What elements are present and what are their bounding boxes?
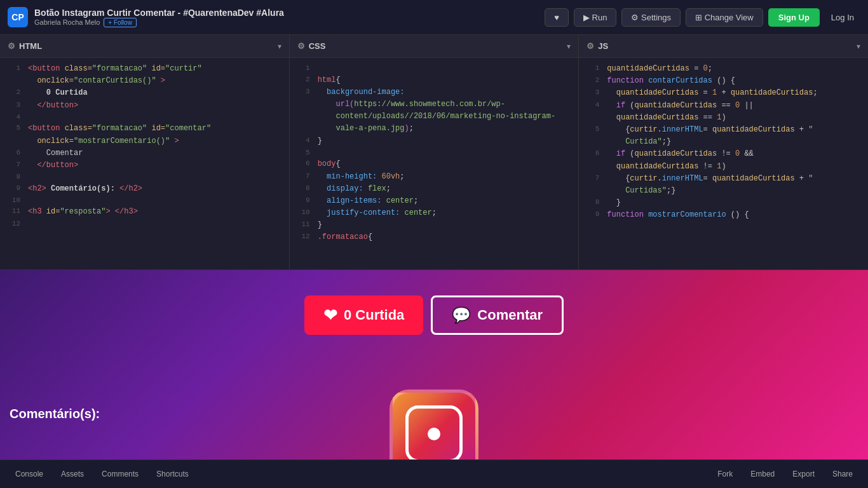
code-line: 3 </button> (0, 100, 289, 112)
js-label: JS (598, 41, 608, 51)
share-button[interactable]: Share (825, 466, 860, 482)
html-panel: ⚙ HTML ▾ 1<button class="formatacao" id=… (0, 35, 290, 269)
code-line: 1quantidadeCurtidas = 0; (579, 63, 868, 75)
code-line: 1 (290, 63, 579, 74)
html-panel-title: ⚙ HTML (8, 41, 42, 51)
heart-button[interactable]: ♥ (545, 8, 569, 27)
footer-left-tabs: Console Assets Comments Shortcuts (8, 466, 196, 482)
code-line: content/uploads//2018/06/marketing-no-in… (290, 111, 579, 123)
css-panel: ⚙ CSS ▾ 1 2html{ 3 background-image: url… (290, 35, 580, 269)
curtir-button[interactable]: ❤ 0 Curtida (304, 295, 423, 335)
code-line: 9function mostrarComentario () { (579, 209, 868, 221)
code-line: 7 </button> (0, 159, 289, 172)
code-line: 9 align-items: center; (290, 195, 579, 207)
code-line: vale-a-pena.jpg); (290, 123, 579, 135)
settings-button[interactable]: ⚙ Settings (621, 8, 681, 27)
css-code-content[interactable]: 1 2html{ 3 background-image: url(https:/… (290, 58, 579, 269)
html-code-content[interactable]: 1<button class="formatacao" id="curtir" … (0, 58, 289, 269)
css-panel-header: ⚙ CSS ▾ (290, 35, 579, 58)
author-row: Gabriela Rocha Melo + Follow (34, 18, 538, 27)
code-line: 2 0 Curtida (0, 87, 289, 99)
preview-buttons: ❤ 0 Curtida 💬 Comentar (304, 295, 564, 335)
export-button[interactable]: Export (785, 466, 822, 482)
project-title: Botão Instagram Curtir Comentar - #Quare… (34, 8, 538, 18)
fork-button[interactable]: Fork (710, 466, 740, 482)
code-line: 7 {curtir.innerHTML= quantidadeCurtidas … (579, 173, 868, 185)
signup-button[interactable]: Sign Up (768, 8, 820, 27)
js-panel-title: ⚙ JS (587, 41, 608, 51)
gear-icon: ⚙ (587, 41, 594, 51)
instagram-inner-ring (405, 405, 463, 459)
curtir-label: 0 Curtida (344, 307, 404, 323)
css-panel-title: ⚙ CSS (297, 41, 326, 51)
login-button[interactable]: Log In (825, 8, 860, 27)
code-line: 11<h3 id="resposta"> </h3> (0, 206, 289, 218)
code-line: onclick="mostrarComentario()" > (0, 135, 289, 147)
logo-icon: CP (8, 7, 28, 27)
author-name: Gabriela Rocha Melo (34, 18, 100, 26)
code-line: 4 (0, 112, 289, 123)
code-line: 7 min-height: 60vh; (290, 171, 579, 183)
embed-button[interactable]: Embed (743, 466, 782, 482)
html-chevron-icon[interactable]: ▾ (278, 42, 281, 51)
footer-right-actions: Fork Embed Export Share (710, 466, 860, 482)
js-panel-header: ⚙ JS ▾ (579, 35, 868, 58)
code-line: 8 display: flex; (290, 183, 579, 195)
shortcuts-tab[interactable]: Shortcuts (149, 466, 196, 482)
css-chevron-icon[interactable]: ▾ (567, 42, 571, 51)
code-line: 6body{ (290, 158, 579, 170)
code-line: 2function contarCurtidas () { (579, 75, 868, 87)
code-line: 12 (0, 219, 289, 230)
code-area: ⚙ HTML ▾ 1<button class="formatacao" id=… (0, 35, 868, 270)
gear-icon: ⚙ (297, 41, 305, 51)
instagram-dot (428, 428, 440, 440)
code-line: 11} (290, 219, 579, 231)
comment-bubble-icon: 💬 (452, 306, 471, 324)
code-line: 10 justify-content: center; (290, 207, 579, 219)
title-area: Botão Instagram Curtir Comentar - #Quare… (34, 8, 538, 27)
run-button[interactable]: ▶ Run (574, 8, 616, 27)
header-actions: ♥ ▶ Run ⚙ Settings ⊞ Change View Sign Up… (545, 8, 860, 27)
js-code-content[interactable]: 1quantidadeCurtidas = 0; 2function conta… (579, 58, 868, 269)
follow-button[interactable]: + Follow (104, 18, 137, 27)
html-panel-header: ⚙ HTML ▾ (0, 35, 289, 58)
code-line: Curtida";} (579, 136, 868, 148)
code-line: quantidadeCurtidas == 1) (579, 112, 868, 124)
comments-tab[interactable]: Comments (94, 466, 146, 482)
code-line: 4 if (quantidadeCurtidas == 0 || (579, 100, 868, 112)
preview-area: ❤ 0 Curtida 💬 Comentar Comentário(s): (0, 270, 868, 459)
change-view-button[interactable]: ⊞ Change View (686, 8, 763, 27)
code-line: Curtidas";} (579, 185, 868, 197)
js-panel: ⚙ JS ▾ 1quantidadeCurtidas = 0; 2functio… (579, 35, 868, 269)
code-line: 12.formatacao{ (290, 231, 579, 243)
code-line: onclick="contarCurtidas()" > (0, 75, 289, 87)
code-line: 1<button class="formatacao" id="curtir" (0, 63, 289, 75)
comentar-button[interactable]: 💬 Comentar (431, 295, 564, 335)
css-label: CSS (309, 41, 326, 51)
footer: Console Assets Comments Shortcuts Fork E… (0, 459, 868, 488)
code-line: quantidadeCurtidas != 1) (579, 161, 868, 173)
code-line: 4} (290, 135, 579, 147)
code-line: url(https://www.showmetech.com.br/wp- (290, 98, 579, 111)
gear-icon: ⚙ (8, 41, 15, 51)
heart-icon: ❤ (323, 306, 337, 325)
code-line: 6 Comentar (0, 147, 289, 159)
header: CP Botão Instagram Curtir Comentar - #Qu… (0, 0, 868, 35)
console-tab[interactable]: Console (8, 466, 51, 482)
code-line: 5<button class="formatacao" id="comentar… (0, 123, 289, 135)
code-line: 6 if (quantidadeCurtidas != 0 && (579, 148, 868, 160)
code-line: 5 {curtir.innerHTML= quantidadeCurtidas … (579, 124, 868, 136)
code-line: 10 (0, 195, 289, 207)
code-line: 2html{ (290, 74, 579, 86)
comentarios-label: Comentário(s): (10, 407, 100, 421)
html-label: HTML (19, 41, 42, 51)
code-line: 9<h2> Comentário(s): </h2> (0, 183, 289, 195)
code-line: 3 quantidadeCurtidas = 1 + quantidadeCur… (579, 87, 868, 99)
code-line: 3 background-image: (290, 86, 579, 98)
js-chevron-icon[interactable]: ▾ (857, 42, 860, 51)
instagram-icon (390, 390, 478, 459)
assets-tab[interactable]: Assets (53, 466, 92, 482)
heart-icon: ♥ (554, 13, 559, 22)
comentar-label: Comentar (477, 307, 543, 323)
code-line: 8 } (579, 197, 868, 209)
